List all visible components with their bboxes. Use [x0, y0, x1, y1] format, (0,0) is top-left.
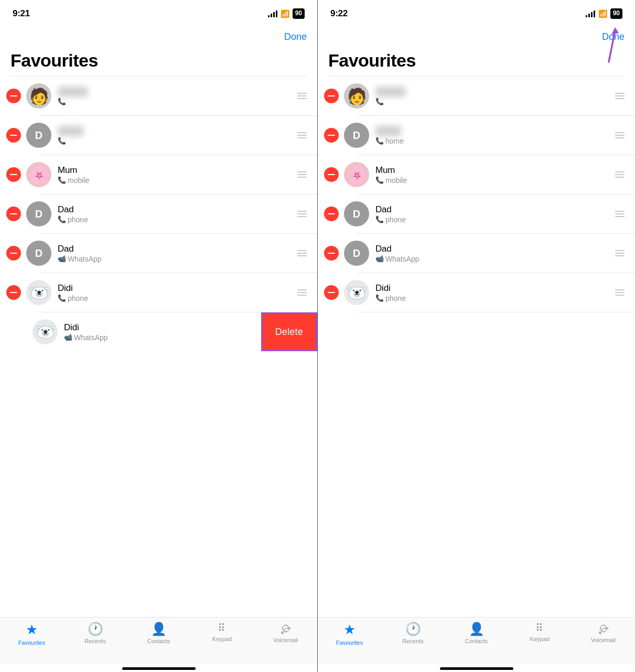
right-fav-item-4[interactable]: D Dad 📞 phone: [318, 194, 635, 233]
left-contact-sublabel-5: WhatsApp: [68, 255, 102, 263]
left-minus-btn-5[interactable]: [6, 246, 21, 261]
right-tab-keypad[interactable]: ⠿ Keypad: [508, 622, 572, 642]
right-drag-handle-4[interactable]: [613, 209, 627, 219]
right-avatar-5: D: [344, 241, 369, 266]
left-video-icon-5: 📹: [58, 255, 66, 263]
left-contact-sub-3: 📞 mobile: [58, 176, 295, 185]
right-fav-item-3[interactable]: 🌸 Mum 📞 mobile: [318, 155, 635, 194]
left-contact-info-1: Daaaaa 📞: [58, 86, 295, 105]
left-tab-favourites[interactable]: ★ Favourites: [0, 622, 63, 646]
left-delete-border: Delete: [261, 312, 317, 351]
left-drag-handle-5[interactable]: [295, 248, 309, 258]
right-signal-icon: [586, 10, 595, 17]
right-tab-contacts[interactable]: 👤 Contacts: [445, 622, 508, 644]
left-minus-btn-1[interactable]: [6, 89, 21, 103]
left-fav-item-1[interactable]: 🧑 Daaaaa 📞: [0, 77, 317, 115]
left-drag-handle-6[interactable]: [295, 287, 309, 298]
left-avatar-1: 🧑: [26, 83, 51, 109]
left-drag-handle-3[interactable]: [295, 169, 309, 180]
right-tab-recents[interactable]: 🕐 Recents: [381, 622, 445, 644]
left-tab-keypad[interactable]: ⠿ Keypad: [190, 622, 254, 642]
left-phone-icon-4: 📞: [58, 215, 66, 223]
left-tab-keypad-label: Keypad: [212, 636, 232, 642]
right-minus-btn-6[interactable]: [324, 285, 339, 300]
right-tab-keypad-label: Keypad: [530, 636, 550, 642]
left-tab-contacts-label: Contacts: [147, 638, 170, 644]
right-minus-line-1: [328, 95, 335, 97]
right-minus-btn-1[interactable]: [324, 89, 339, 103]
left-phone-icon-2: 📞: [58, 137, 66, 145]
right-home-indicator: [440, 667, 513, 670]
right-tab-recents-label: Recents: [402, 638, 423, 644]
left-contact-name-4: Dad: [58, 204, 295, 215]
left-minus-line-1: [10, 95, 17, 97]
left-signal-icon: [268, 10, 277, 17]
right-phone-icon-4: 📞: [375, 215, 384, 223]
left-minus-btn-6[interactable]: [6, 285, 21, 300]
right-contact-sub-1: 📞: [375, 97, 613, 105]
left-partial-sublabel: WhatsApp: [74, 333, 108, 342]
left-avatar-6: 🐻‍❄️: [26, 280, 51, 305]
left-status-icons: 📶 90: [268, 8, 305, 19]
right-avatar-4: D: [344, 201, 369, 226]
right-drag-handle-3[interactable]: [613, 169, 627, 180]
left-fav-item-3[interactable]: 🌸 Mum 📞 mobile: [0, 155, 317, 194]
left-fav-item-2[interactable]: D Daaaa 📞: [0, 116, 317, 155]
right-drag-handle-5[interactable]: [613, 248, 627, 258]
right-avatar-3: 🌸: [344, 162, 369, 187]
left-favourites-list: 🧑 Daaaaa 📞 D: [0, 77, 317, 617]
left-fav-item-6[interactable]: 🐻‍❄️ Didi 📞 phone: [0, 273, 317, 312]
right-drag-handle-6[interactable]: [613, 287, 627, 298]
left-tab-contacts[interactable]: 👤 Contacts: [127, 622, 190, 644]
left-minus-btn-2[interactable]: [6, 128, 21, 143]
right-minus-btn-3[interactable]: [324, 167, 339, 182]
right-tab-voicemail[interactable]: ⌮ Voicemail: [572, 622, 635, 643]
right-avatar-1: 🧑: [344, 83, 369, 109]
left-minus-btn-4[interactable]: [6, 207, 21, 221]
right-drag-handle-2[interactable]: [613, 130, 627, 140]
left-status-time: 9:21: [13, 8, 30, 19]
left-partial-video-icon: 📹: [64, 333, 72, 341]
right-minus-btn-4[interactable]: [324, 207, 339, 221]
right-contact-sub-2: 📞 home: [375, 137, 613, 145]
left-fav-item-5[interactable]: D Dad 📹 WhatsApp: [0, 234, 317, 273]
right-fav-item-6[interactable]: 🐻‍❄️ Didi 📞 phone: [318, 273, 635, 312]
right-drag-handle-1[interactable]: [613, 91, 627, 101]
right-wifi-icon: 📶: [598, 9, 607, 18]
right-tab-favourites[interactable]: ★ Favourites: [318, 622, 381, 646]
left-tab-recents-icon: 🕐: [88, 622, 103, 636]
right-video-icon-5: 📹: [375, 255, 384, 263]
left-contact-info-6: Didi 📞 phone: [58, 283, 295, 302]
arrow-svg: [583, 20, 619, 67]
left-contact-sublabel-6: phone: [68, 294, 88, 302]
right-fav-item-2[interactable]: D Daaaa 📞 home: [318, 116, 635, 155]
right-contact-sublabel-2: home: [385, 137, 404, 145]
right-tab-contacts-icon: 👤: [469, 622, 485, 636]
left-avatar-3: 🌸: [26, 162, 51, 187]
right-contact-name-3: Mum: [375, 165, 613, 176]
right-contact-sublabel-4: phone: [385, 215, 406, 224]
right-minus-btn-2[interactable]: [324, 128, 339, 143]
right-tab-contacts-label: Contacts: [465, 638, 488, 644]
left-fav-item-4[interactable]: D Dad 📞 phone: [0, 194, 317, 233]
left-tab-contacts-icon: 👤: [151, 622, 167, 636]
left-delete-area: Delete: [261, 312, 317, 351]
right-minus-btn-5[interactable]: [324, 246, 339, 261]
right-fav-item-1[interactable]: 🧑 Daaaaa 📞: [318, 77, 635, 115]
right-contact-info-1: Daaaaa 📞: [375, 86, 613, 105]
right-contact-sub-4: 📞 phone: [375, 215, 613, 224]
left-drag-handle-1[interactable]: [295, 91, 309, 101]
left-minus-btn-3[interactable]: [6, 167, 21, 182]
left-contact-sub-1: 📞: [58, 97, 295, 105]
left-drag-handle-4[interactable]: [295, 209, 309, 219]
left-delete-button[interactable]: Delete: [263, 314, 316, 350]
right-fav-item-5[interactable]: D Dad 📹 WhatsApp: [318, 234, 635, 273]
left-tab-voicemail[interactable]: ⌮ Voicemail: [254, 622, 317, 643]
left-drag-handle-2[interactable]: [295, 130, 309, 140]
right-contact-sublabel-6: phone: [385, 294, 406, 302]
left-header-bar: Done: [0, 25, 317, 48]
right-contact-info-2: Daaaa 📞 home: [375, 126, 613, 145]
left-tab-recents[interactable]: 🕐 Recents: [63, 622, 127, 644]
left-battery: 90: [293, 8, 305, 19]
left-done-button[interactable]: Done: [284, 31, 307, 42]
